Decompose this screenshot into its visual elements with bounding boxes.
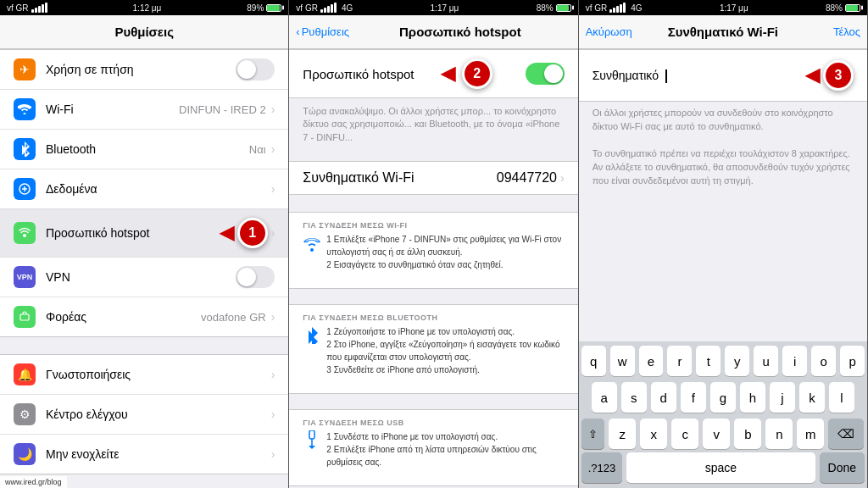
row-data[interactable]: Δεδομένα › [0,169,288,209]
key-i[interactable]: i [782,346,807,376]
row-carrier[interactable]: Φορέας vodafone GR › [0,297,288,336]
control-label: Κέντρο ελέγχου [46,408,271,421]
nav-cancel[interactable]: Ακύρωση [586,25,632,38]
keyboard-row-4: .?123 space Done [579,451,867,488]
hotspot-toggle[interactable] [526,63,565,85]
instr-wifi-content: 1 Επιλέξτε «iPhone 7 - DINFUN» στις ρυθμ… [303,233,564,271]
key-t[interactable]: t [696,346,721,376]
key-s[interactable]: s [621,382,647,413]
row-dnd[interactable]: 🌙 Μην ενοχλείτε › [0,435,288,474]
website-badge: www.ired.gr/blog [0,476,67,488]
connectivity-group: ✈ Χρήση σε πτήση Wi-Fi DINFUN - IRED 2 [0,49,288,337]
status-bar-1: vf GR 1:12 μμ 89% [0,0,288,15]
status-right-3: 88% [826,3,860,13]
battery-icon-2 [556,4,571,12]
key-e[interactable]: e [639,346,664,376]
battery-icon-1 [266,4,281,12]
key-h[interactable]: h [740,382,765,413]
battery-fill-1 [267,5,279,11]
key-d[interactable]: d [651,382,676,413]
key-f[interactable]: f [681,382,706,413]
key-r[interactable]: r [667,346,692,376]
data-icon [14,178,36,200]
key-shift[interactable]: ⇧ [581,419,604,449]
row-hotspot[interactable]: Προσωπικό hotspot ◀ 1 › [0,209,288,258]
settings-list-1[interactable]: ✈ Χρήση σε πτήση Wi-Fi DINFUN - IRED 2 [0,49,288,488]
arrow-left-1: ◀ [220,222,234,244]
key-q[interactable]: q [581,346,606,376]
signal-2 [320,3,337,13]
desc-2: Το συνθηματικό πρέπει να περιέχει τουλάχ… [593,148,850,186]
row-airplane[interactable]: ✈ Χρήση σε πτήση [0,50,288,90]
password-spacer [579,198,867,341]
step1-badge: 1 [237,218,268,248]
wifi-password-value: 09447720 [497,170,557,186]
hotspot-label: Προσωπικό hotspot [46,226,220,240]
dnd-chevron: › [271,447,275,461]
signal-1 [31,3,47,13]
arrow-left-3: ◀ [805,64,820,86]
bluetooth-label: Bluetooth [46,142,249,156]
instr-usb-text: 1 Συνδέστε το iPhone με τον υπολογιστή σ… [326,430,564,469]
nav-bar-2: ‹ Ρυθμίσεις Προσωπικό hotspot [289,15,577,49]
instr-usb-header: ΓΙΑ ΣΥΝΔΕΣΗ ΜΕΣΩ USB [303,419,564,427]
row-notifications[interactable]: 🔔 Γνωστοποιήσεις › [0,355,288,395]
key-a[interactable]: a [592,382,617,413]
key-n[interactable]: n [765,419,793,449]
key-space[interactable]: space [626,452,815,483]
key-p[interactable]: p [840,346,865,376]
bluetooth-chevron: › [271,142,275,156]
row-vpn[interactable]: VPN VPN [0,258,288,297]
data-label: Δεδομένα [46,182,271,196]
key-j[interactable]: j [770,382,795,413]
key-done[interactable]: Done [820,452,865,483]
hotspot-toggle-row[interactable]: Προσωπικό hotspot ◀ 2 [289,49,577,98]
usb-instr-icon [303,430,321,469]
key-y[interactable]: y [725,346,749,376]
dnd-label: Μην ενοχλείτε [46,447,271,461]
instr-bt: ΓΙΑ ΣΥΝΔΕΣΗ ΜΕΣΩ BLUETOOTH 1 Ζεύγοποιήστ… [289,304,577,394]
nav-back-2[interactable]: ‹ Ρυθμίσεις [296,25,349,38]
key-b[interactable]: b [734,419,761,449]
key-g[interactable]: g [710,382,736,413]
control-chevron: › [271,408,275,421]
wifi-password-chevron: › [560,171,565,185]
key-numbers[interactable]: .?123 [581,452,623,483]
key-backspace[interactable]: ⌫ [828,419,864,449]
step3-area: ◀ 3 [805,60,854,91]
bt-instr-icon [303,325,321,376]
airplane-label: Χρήση σε πτήση [46,63,236,76]
section-connectivity: ✈ Χρήση σε πτήση Wi-Fi DINFUN - IRED 2 [0,49,288,337]
keyboard-row-1: q w e r t y u i o p [579,341,867,378]
key-o[interactable]: o [811,346,836,376]
key-l[interactable]: l [829,382,854,413]
airplane-toggle[interactable] [236,58,275,80]
data-chevron: › [271,182,275,196]
nav-bar-3: Ακύρωση Συνθηματικό Wi-Fi Τέλος [579,15,867,49]
key-k[interactable]: k [799,382,825,413]
wifi-label: Wi-Fi [46,103,179,116]
key-w[interactable]: w [610,346,635,376]
row-bluetooth[interactable]: Bluetooth Ναι › [0,130,288,169]
key-v[interactable]: v [703,419,730,449]
battery-pct-3: 88% [826,3,843,13]
spacer-1 [289,289,577,296]
instr-usb-block: ΓΙΑ ΣΥΝΔΕΣΗ ΜΕΣΩ USB 1 Συνδέστε το iPhon… [303,419,564,469]
vpn-icon: VPN [14,266,36,288]
keyboard[interactable]: q w e r t y u i o p a s d f g h j k l ⇧ … [579,341,867,488]
key-m[interactable]: m [797,419,824,449]
instr-wifi: ΓΙΑ ΣΥΝΔΕΣΗ ΜΕΣΩ WI-FI 1 Επιλέξτε «iPhon… [289,212,577,289]
row-wifi[interactable]: Wi-Fi DINFUN - IRED 2 › [0,90,288,130]
nav-done[interactable]: Τέλος [833,25,860,38]
key-u[interactable]: u [754,346,778,376]
battery-fill-2 [557,5,569,11]
desc-1: Οι άλλοι χρήστες μπορούν να συνδεθούν στ… [593,108,833,131]
wifi-password-row[interactable]: Συνθηματικό Wi-Fi 09447720 › [289,161,577,195]
key-c[interactable]: c [671,419,698,449]
carrier-chevron: › [271,310,275,324]
key-x[interactable]: x [640,419,667,449]
key-z[interactable]: z [609,419,636,449]
vpn-toggle[interactable] [236,266,275,288]
row-control-center[interactable]: ⚙ Κέντρο ελέγχου › [0,395,288,435]
status-bar-2: vf GR 4G 1:17 μμ 88% [289,0,577,15]
